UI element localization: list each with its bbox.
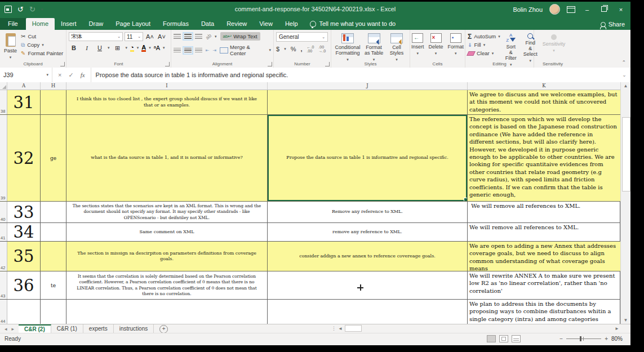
cell-a38[interactable]: 31 [7,90,41,114]
cell-i38[interactable]: I think this is too clsoed list , the ex… [66,90,268,114]
column-header-k[interactable]: K [468,82,620,90]
tab-splitter-handle[interactable]: ⋮ [331,326,336,331]
horizontal-scroll-thumb[interactable] [345,325,362,332]
normal-view-icon[interactable] [487,335,496,342]
user-avatar[interactable] [549,4,560,15]
tab-data[interactable]: Data [195,18,220,30]
tab-view[interactable]: View [253,18,279,30]
clear-button[interactable]: Clear▾ [468,49,500,57]
cell-styles-button[interactable]: Cell Styles▾ [386,32,407,64]
enter-entry-icon[interactable]: ✓ [68,72,73,79]
tab-page-layout[interactable]: Page Layout [109,18,157,30]
cell-j40[interactable]: Remove any reference to XML. [268,202,468,222]
cell-k41[interactable]: We will remove all references to XML. [468,223,620,241]
select-all-corner[interactable] [0,82,7,90]
cell-j42[interactable]: consider addign a new annex to reference… [268,242,468,271]
row-header[interactable]: 43 [0,271,7,299]
sheet-tab-instructions[interactable]: instructions [114,324,154,333]
row-header[interactable]: 42 [0,242,7,271]
collapse-ribbon-icon[interactable]: ⌃ [621,60,626,65]
insert-cells-button[interactable]: ← Insert▾ [410,32,426,57]
cell-a44[interactable] [7,300,41,324]
zoom-slider[interactable] [566,338,601,339]
column-header-h[interactable]: H [41,82,66,90]
cell-h42[interactable] [41,242,66,271]
account-name[interactable]: Bolin Zhou [513,6,543,13]
tab-help[interactable]: Help [279,18,304,30]
percent-style-icon[interactable]: % [291,46,296,52]
cell-j44[interactable] [268,300,468,324]
scroll-up-icon[interactable]: ▲ [621,83,630,88]
vertical-scrollbar[interactable]: ▲ ▼ [620,82,630,324]
decrease-decimal-icon[interactable]: .00→.0 [318,45,326,53]
cell-a43[interactable]: 36 [7,271,41,299]
autosum-button[interactable]: ΣAutoSum▾ [468,32,500,41]
cell-j43[interactable] [268,271,468,299]
row-header[interactable]: 39 [0,115,7,201]
row-header[interactable]: 40 [0,202,7,222]
tab-draw[interactable]: Draw [83,18,110,30]
tab-home[interactable]: Home [26,18,55,30]
page-break-preview-icon[interactable] [512,335,521,342]
underline-dropdown-icon[interactable]: ▾ [108,46,110,50]
cut-button[interactable]: ✂Cut [21,32,63,41]
cell-i44[interactable] [66,300,268,324]
cell-k40[interactable]: We will remove all references to XML. [468,202,620,222]
alignment-dialog-launcher-icon[interactable] [268,62,272,66]
row-header[interactable]: 41 [0,223,7,241]
accounting-format-icon[interactable]: $ [276,46,279,52]
minimize-icon[interactable]: – [582,6,592,13]
name-box-dropdown-icon[interactable]: ▾ [46,73,48,77]
clipboard-dialog-launcher-icon[interactable] [60,62,65,66]
page-layout-view-icon[interactable] [499,335,508,342]
increase-decimal-icon[interactable]: ←.0.00 [307,45,314,53]
cell-a41[interactable]: 34 [7,223,41,241]
cell-i41[interactable]: Same comment on XML [66,223,268,241]
conditional-formatting-button[interactable]: Conditional Formatting▾ [334,32,362,64]
insert-function-icon[interactable]: fx [81,72,85,78]
format-painter-button[interactable]: ✎Format Painter [21,49,63,57]
row-header[interactable]: 38 [0,90,7,114]
new-sheet-icon[interactable]: + [159,325,168,333]
paste-button[interactable]: Paste▾ [2,32,19,61]
increase-font-size-icon[interactable]: A˄ [145,33,155,40]
fill-handle[interactable] [464,198,468,201]
cell-h44[interactable] [41,300,66,324]
bold-button[interactable]: B [69,44,79,51]
font-color-icon[interactable]: A [141,44,146,52]
scroll-down-icon[interactable]: ▼ [621,318,630,323]
share-button[interactable]: Share [601,21,625,28]
underline-button[interactable]: U [95,44,105,51]
cell-j38[interactable] [268,90,468,114]
cell-k38[interactable]: We agree to discuss and we welcome examp… [468,90,620,114]
cell-h40[interactable] [41,202,66,222]
close-icon[interactable]: × [616,6,626,13]
fill-color-icon[interactable]: ◔ [130,44,134,52]
sheet-tab-cr1[interactable]: C&R (1) [51,324,83,333]
zoom-out-icon[interactable]: − [559,336,563,342]
tab-review[interactable]: Review [220,18,253,30]
cell-j41[interactable]: remove any reference to XML. [268,223,468,241]
sheet-nav-left-icon[interactable]: ◂ [5,326,7,332]
sheet-nav-right-icon[interactable]: ▸ [12,326,15,332]
zoom-in-icon[interactable]: + [605,336,608,342]
column-header-i[interactable]: I [66,82,268,90]
font-size-select[interactable]: 11⌄ [125,32,143,41]
name-box[interactable]: J39 ▾ [0,68,52,82]
decrease-indent-icon[interactable]: ⇤ [206,48,210,53]
ribbon-display-options-icon[interactable] [567,6,575,13]
cell-k43[interactable]: We will rewrite ANNEX A to make sure we … [468,271,620,299]
number-format-select[interactable]: General⌄ [276,32,328,42]
delete-cells-button[interactable]: × Delete▾ [427,32,445,57]
align-bottom-icon[interactable] [195,34,202,39]
align-center-icon[interactable] [184,48,192,53]
vertical-scroll-thumb[interactable] [622,117,630,191]
restore-icon[interactable] [601,6,607,12]
zoom-level[interactable]: 80% [611,336,623,342]
increase-indent-icon[interactable]: ⇥ [212,48,216,53]
cell-k42[interactable]: We are open to adding a new Annex that a… [468,242,620,271]
cell-h43[interactable]: te [41,271,66,299]
zoom-slider-thumb[interactable] [580,336,581,341]
align-left-icon[interactable] [174,48,181,53]
fill-button[interactable]: ⇓Fill▾ [468,41,500,49]
